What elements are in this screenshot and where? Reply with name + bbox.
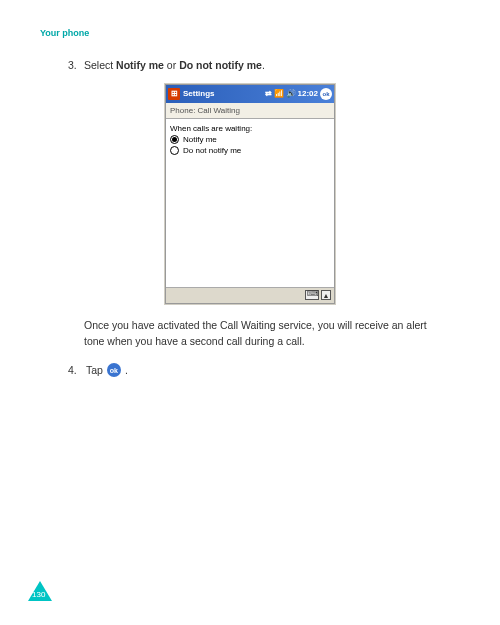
text: . xyxy=(262,59,265,71)
text: or xyxy=(164,59,179,71)
radio-icon xyxy=(170,135,179,144)
explanation-text: Once you have activated the Call Waiting… xyxy=(84,318,440,350)
radio-label: Do not notify me xyxy=(183,146,241,155)
radio-icon xyxy=(170,146,179,155)
step-text: Select Notify me or Do not notify me. xyxy=(84,58,460,74)
titlebar: ⊞ Settings ⇄ 📶 🔊 12:02 ok xyxy=(166,85,334,103)
section-header: Your phone xyxy=(40,28,460,38)
volume-icon: 🔊 xyxy=(286,89,296,98)
text: Tap xyxy=(86,364,103,376)
screen-content: When calls are waiting: Notify me Do not… xyxy=(166,119,334,287)
start-icon: ⊞ xyxy=(168,88,180,100)
step-number: 3. xyxy=(68,58,84,74)
radio-label: Notify me xyxy=(183,135,217,144)
step-3: 3. Select Notify me or Do not notify me. xyxy=(68,58,460,74)
prompt-text: When calls are waiting: xyxy=(170,124,330,133)
ok-icon: ok xyxy=(107,363,121,377)
status-icons: ⇄ 📶 🔊 12:02 ok xyxy=(265,88,332,100)
ok-button[interactable]: ok xyxy=(320,88,332,100)
option-label: Notify me xyxy=(116,59,164,71)
radio-option-do-not-notify[interactable]: Do not notify me xyxy=(170,146,330,155)
keyboard-icon[interactable] xyxy=(305,290,319,300)
step-4: 4. Tap ok . xyxy=(68,363,460,377)
titlebar-title: Settings xyxy=(183,89,262,98)
screen-subheader: Phone: Call Waiting xyxy=(166,103,334,119)
text: Select xyxy=(84,59,116,71)
step-number: 4. xyxy=(68,364,84,376)
arrow-up-icon[interactable]: ▲ xyxy=(321,290,331,300)
phone-screenshot: ⊞ Settings ⇄ 📶 🔊 12:02 ok Phone: Call Wa… xyxy=(165,84,335,304)
bottom-bar: ▲ xyxy=(166,287,334,303)
signal-icon: 📶 xyxy=(274,89,284,98)
radio-option-notify[interactable]: Notify me xyxy=(170,135,330,144)
clock: 12:02 xyxy=(298,89,318,98)
page-number: 130 xyxy=(32,590,45,599)
option-label: Do not notify me xyxy=(179,59,262,71)
connectivity-icon: ⇄ xyxy=(265,89,272,98)
text: . xyxy=(125,364,128,376)
